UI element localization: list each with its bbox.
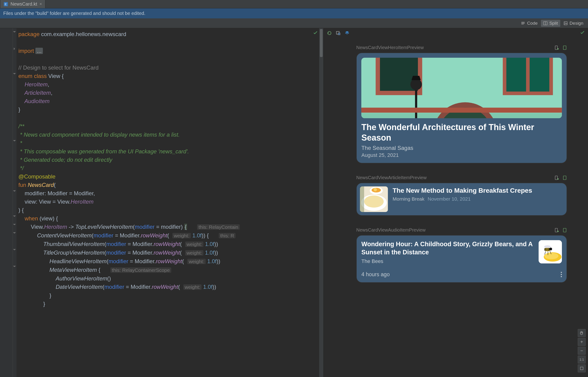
svg-rect-9 — [563, 46, 566, 49]
scrollbar-thumb[interactable] — [320, 29, 323, 57]
zoom-reset-button[interactable]: 1:1 — [578, 356, 586, 364]
split-icon — [543, 21, 548, 25]
svg-point-4 — [564, 22, 565, 23]
fold-marker-icon[interactable] — [13, 248, 16, 251]
main-split: package com.example.hellonews.newscard i… — [0, 28, 588, 377]
audio-time-ago: 4 hours ago — [361, 271, 390, 278]
file-tab[interactable]: NewsCard.kt × — [0, 0, 45, 8]
preview-toolbar — [324, 28, 588, 38]
split-label: Split — [549, 21, 558, 26]
zoom-out-button[interactable]: − — [578, 347, 586, 355]
svg-point-25 — [364, 196, 384, 208]
deploy-icon[interactable] — [554, 176, 559, 180]
editor-scrollbar[interactable] — [319, 28, 323, 377]
zoom-controls: + − 1:1 — [578, 329, 586, 372]
svg-point-28 — [374, 188, 377, 191]
preview-label: NewsCardViewArticleItemPreview — [356, 175, 427, 180]
build-warning-banner: Files under the "build" folder are gener… — [0, 8, 588, 18]
fold-marker-icon[interactable] — [13, 215, 16, 218]
svg-rect-32 — [563, 228, 566, 232]
svg-rect-20 — [555, 176, 557, 180]
preview-actions — [554, 176, 567, 180]
split-mode[interactable]: Split — [541, 20, 560, 27]
code-icon — [521, 21, 525, 25]
layers-icon[interactable] — [344, 31, 350, 35]
fold-marker-icon[interactable] — [13, 223, 16, 226]
animation-icon[interactable] — [562, 228, 567, 233]
design-label: Design — [570, 21, 583, 26]
article-meta: Morning BreakNovember 10, 2021 — [392, 196, 563, 202]
animation-icon[interactable] — [562, 45, 567, 50]
design-preview-pane: NewsCardViewHeroItemPreview — [323, 28, 588, 377]
zoom-in-button[interactable]: + — [578, 338, 586, 346]
preview-audio-block: NewsCardViewAudioItemPreview Wondering H… — [356, 227, 567, 283]
svg-point-41 — [544, 245, 551, 248]
fold-marker-icon[interactable] — [13, 72, 16, 75]
fold-marker-icon[interactable] — [13, 232, 16, 234]
svg-point-40 — [549, 247, 552, 250]
article-card[interactable]: The New Method to Making Breakfast Crepe… — [356, 183, 567, 216]
pan-icon[interactable] — [578, 329, 586, 337]
article-date: November 10, 2021 — [428, 196, 471, 201]
svg-rect-7 — [555, 46, 557, 49]
zoom-ratio: 1:1 — [579, 358, 584, 361]
hero-author: The Seasonal Sagas — [361, 145, 562, 151]
preview-header: NewsCardViewArticleItemPreview — [356, 175, 567, 180]
article-author: Morning Break — [392, 196, 424, 201]
interactive-mode-icon[interactable] — [336, 31, 341, 35]
svg-rect-22 — [563, 176, 566, 180]
design-mode[interactable]: Design — [561, 20, 586, 27]
fold-marker-icon[interactable] — [13, 190, 16, 192]
audio-card[interactable]: Wondering Hour: A Childhood Story, Grizz… — [356, 235, 567, 283]
banner-text: Files under the "build" folder are gener… — [3, 11, 145, 16]
tab-bar: NewsCard.kt × — [0, 0, 588, 8]
fold-marker-icon[interactable] — [13, 265, 16, 268]
hero-thumbnail — [361, 58, 562, 118]
deploy-icon[interactable] — [554, 228, 559, 233]
svg-rect-15 — [506, 58, 526, 92]
preview-hero-block: NewsCardViewHeroItemPreview — [356, 45, 567, 163]
tab-filename: NewsCard.kt — [11, 1, 37, 7]
svg-point-35 — [544, 253, 558, 259]
preview-header: NewsCardViewHeroItemPreview — [356, 45, 567, 50]
preview-label: NewsCardViewAudioItemPreview — [356, 227, 426, 233]
svg-rect-38 — [547, 248, 548, 251]
svg-rect-45 — [580, 367, 583, 370]
audio-author: The Bees — [361, 258, 534, 264]
preview-status-ok-icon — [580, 30, 585, 36]
design-icon — [564, 21, 568, 25]
svg-rect-17 — [415, 88, 417, 118]
svg-rect-16 — [530, 58, 550, 92]
fold-marker-icon[interactable] — [13, 139, 16, 142]
preview-actions — [554, 228, 567, 233]
preview-surface[interactable]: NewsCardViewHeroItemPreview — [324, 38, 588, 377]
hero-headline: The Wonderful Architectures of This Wint… — [361, 122, 562, 143]
svg-rect-19 — [361, 108, 562, 113]
svg-rect-29 — [360, 186, 364, 212]
svg-rect-39 — [548, 248, 549, 251]
more-icon[interactable] — [561, 272, 562, 277]
svg-rect-6 — [338, 33, 340, 35]
preview-article-block: NewsCardViewArticleItemPreview — [356, 175, 567, 216]
fold-marker-icon[interactable] — [13, 47, 16, 50]
deploy-icon[interactable] — [554, 45, 559, 50]
preview-header: NewsCardViewAudioItemPreview — [356, 227, 567, 233]
svg-point-31 — [557, 231, 559, 232]
code-label: Code — [527, 21, 538, 26]
zoom-fit-button[interactable] — [578, 365, 586, 372]
code-editor[interactable]: package com.example.hellonews.newscard i… — [0, 28, 323, 377]
close-icon[interactable]: × — [39, 2, 42, 7]
inspection-ok-icon[interactable] — [313, 31, 318, 36]
refresh-icon[interactable] — [327, 31, 332, 35]
fold-marker-icon[interactable] — [13, 31, 16, 33]
audio-headline: Wondering Hour: A Childhood Story, Grizz… — [361, 240, 534, 257]
hero-card[interactable]: The Wonderful Architectures of This Wint… — [356, 53, 567, 163]
preview-actions — [554, 45, 567, 50]
kotlin-file-icon — [3, 2, 8, 7]
code-mode[interactable]: Code — [519, 20, 540, 27]
svg-rect-37 — [545, 248, 546, 251]
svg-point-18 — [410, 79, 422, 90]
animation-icon[interactable] — [562, 176, 567, 180]
source-code[interactable]: package com.example.hellonews.newscard i… — [17, 28, 323, 377]
view-mode-switcher: Code Split Design — [0, 18, 588, 28]
